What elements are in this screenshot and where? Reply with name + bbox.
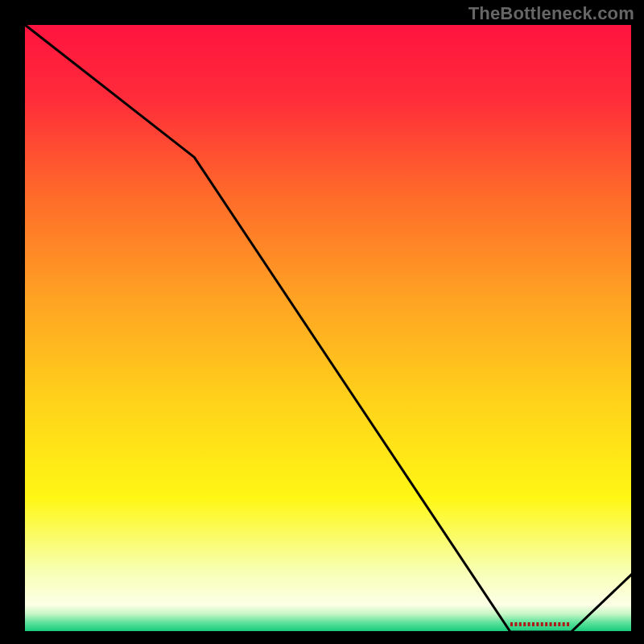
chart-container: TheBottleneck.com [0,0,644,644]
svg-rect-6 [532,622,535,626]
bottleneck-chart [0,0,644,644]
svg-rect-3 [519,622,522,626]
svg-rect-4 [523,622,526,626]
svg-rect-2 [514,622,517,626]
svg-rect-10 [550,622,552,626]
svg-rect-8 [541,622,543,626]
svg-rect-14 [567,622,569,626]
svg-rect-12 [558,622,560,626]
svg-rect-13 [563,622,565,626]
svg-rect-7 [536,622,539,626]
plot-background [24,24,632,632]
svg-rect-9 [545,622,547,626]
svg-rect-1 [510,622,513,626]
svg-rect-11 [554,622,556,626]
svg-rect-5 [528,622,530,626]
